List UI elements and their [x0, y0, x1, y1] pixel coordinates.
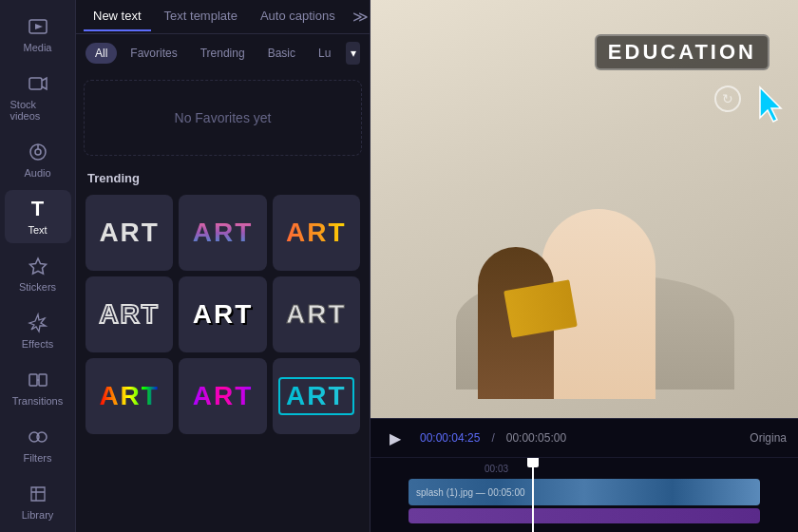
- template-card-4[interactable]: ART: [86, 276, 173, 352]
- tab-text-template[interactable]: Text template: [155, 2, 247, 31]
- sidebar-item-effects[interactable]: Effects: [5, 304, 71, 357]
- template-art-9: ART: [278, 377, 354, 415]
- template-art-7: ART: [99, 381, 160, 411]
- sidebar-label-transitions: Transitions: [12, 395, 63, 407]
- text-panel: New text Text template Auto captions ≫ A…: [76, 0, 370, 532]
- template-art-2: ART: [193, 218, 254, 248]
- total-time: 00:00:05:00: [506, 431, 566, 445]
- template-card-9[interactable]: ART: [273, 358, 360, 434]
- refresh-icon[interactable]: ↻: [714, 86, 741, 112]
- time-separator: /: [491, 431, 494, 445]
- template-card-3[interactable]: ART: [273, 195, 360, 271]
- sidebar-label-media: Media: [24, 42, 52, 53]
- sidebar-label-stickers: Stickers: [19, 281, 56, 293]
- template-art-5: ART: [193, 299, 254, 330]
- template-art-1: ART: [99, 218, 160, 248]
- sidebar-label-audio: Audio: [24, 167, 50, 179]
- sidebar-item-text[interactable]: T Text: [5, 190, 71, 243]
- track-label: splash (1).jpg — 00:05:00: [416, 487, 525, 498]
- sidebar-item-media[interactable]: Media: [5, 8, 71, 61]
- filters-icon: [27, 426, 49, 448]
- sidebar: Media Stock videos Audio T Text: [0, 0, 76, 532]
- current-time: 00:00:04:25: [420, 431, 480, 445]
- svg-rect-7: [39, 374, 47, 386]
- media-icon: [27, 15, 49, 38]
- playhead[interactable]: [532, 458, 534, 532]
- filter-all[interactable]: All: [86, 43, 117, 64]
- svg-marker-1: [35, 24, 43, 29]
- sidebar-label-library: Library: [22, 509, 54, 521]
- audio-track[interactable]: [408, 508, 760, 523]
- template-art-4: ART: [99, 299, 160, 330]
- sidebar-label-text: Text: [28, 224, 47, 236]
- sidebar-label-stock: Stock videos: [10, 99, 66, 122]
- filter-trending[interactable]: Trending: [191, 43, 255, 64]
- timeline-ruler: 00:03: [370, 462, 798, 476]
- template-art-3: ART: [286, 218, 347, 248]
- original-label: Origina: [750, 431, 787, 445]
- svg-rect-6: [29, 374, 37, 386]
- timeline: ▶ 00:00:04:25 / 00:00:05:00 Origina 00:0…: [370, 418, 798, 532]
- sidebar-item-stickers[interactable]: Stickers: [5, 247, 71, 300]
- filter-lu[interactable]: Lu: [309, 43, 340, 64]
- effects-icon: [27, 312, 49, 334]
- video-preview[interactable]: EDUCATION ↻: [370, 0, 798, 418]
- audio-icon: [27, 141, 49, 163]
- stock-videos-icon: [27, 72, 49, 95]
- sidebar-item-stock-videos[interactable]: Stock videos: [5, 65, 71, 129]
- sidebar-label-effects: Effects: [22, 338, 53, 350]
- template-card-2[interactable]: ART: [179, 195, 266, 271]
- transitions-icon: [27, 369, 49, 391]
- svg-point-4: [35, 149, 41, 155]
- cursor-pointer: [756, 86, 787, 127]
- sidebar-item-library[interactable]: Library: [5, 475, 71, 528]
- tab-new-text[interactable]: New text: [84, 2, 151, 31]
- library-icon: [27, 483, 49, 505]
- template-art-6: ART: [286, 299, 347, 330]
- template-card-7[interactable]: ART: [86, 358, 173, 434]
- filter-basic[interactable]: Basic: [258, 43, 305, 64]
- panel-tabs: New text Text template Auto captions ≫: [76, 0, 370, 34]
- filter-dropdown-button[interactable]: ▾: [346, 42, 360, 65]
- template-grid: ART ART ART ART ART ART ART ART ART: [76, 191, 370, 438]
- template-art-8: ART: [193, 381, 254, 411]
- filter-favorites[interactable]: Favorites: [121, 43, 186, 64]
- trending-section-header: Trending: [76, 163, 370, 191]
- template-card-1[interactable]: ART: [86, 195, 173, 271]
- tab-auto-captions[interactable]: Auto captions: [251, 2, 345, 31]
- sidebar-item-transitions[interactable]: Transitions: [5, 361, 71, 414]
- template-card-5[interactable]: ART: [179, 276, 266, 352]
- sidebar-label-filters: Filters: [24, 452, 52, 464]
- ruler-mark-1: 00:03: [484, 464, 560, 474]
- education-text-overlay[interactable]: EDUCATION: [595, 34, 770, 70]
- stickers-icon: [27, 255, 49, 277]
- filter-row: All Favorites Trending Basic Lu ▾: [76, 34, 370, 72]
- timeline-controls: ▶ 00:00:04:25 / 00:00:05:00 Origina: [370, 419, 798, 458]
- svg-rect-2: [29, 78, 42, 89]
- timeline-track-area[interactable]: 00:03 splash (1).jpg — 00:05:00: [370, 458, 798, 532]
- template-card-6[interactable]: ART: [273, 276, 360, 352]
- sidebar-item-audio[interactable]: Audio: [5, 133, 71, 186]
- text-icon: T: [27, 198, 49, 220]
- no-favorites-placeholder: No Favorites yet: [84, 80, 362, 156]
- more-tabs-icon[interactable]: ≫: [349, 4, 372, 29]
- sidebar-item-filters[interactable]: Filters: [5, 418, 71, 471]
- main-content: EDUCATION ↻ ▶ 00:00:04:25 / 00:00:05:00 …: [370, 0, 798, 532]
- video-track[interactable]: splash (1).jpg — 00:05:00: [408, 479, 760, 505]
- svg-marker-11: [760, 87, 781, 122]
- playhead-handle[interactable]: [527, 458, 539, 467]
- play-button[interactable]: ▶: [382, 425, 408, 451]
- no-favorites-text: No Favorites yet: [175, 110, 272, 125]
- template-card-8[interactable]: ART: [179, 358, 266, 434]
